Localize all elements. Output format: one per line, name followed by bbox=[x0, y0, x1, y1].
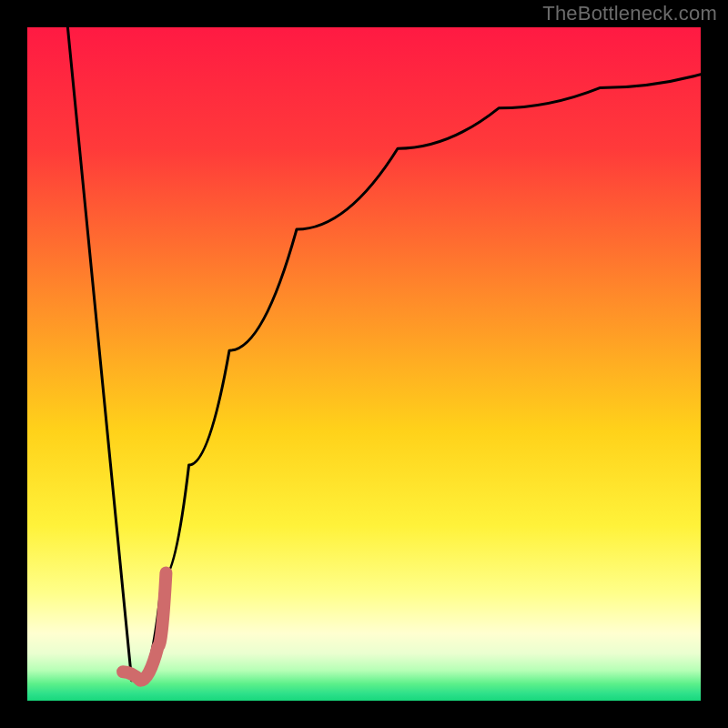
watermark-label: TheBottleneck.com bbox=[542, 2, 717, 25]
chart-plot-background bbox=[27, 27, 701, 701]
bottleneck-chart-svg bbox=[0, 0, 728, 728]
chart-container: TheBottleneck.com bbox=[0, 0, 728, 728]
